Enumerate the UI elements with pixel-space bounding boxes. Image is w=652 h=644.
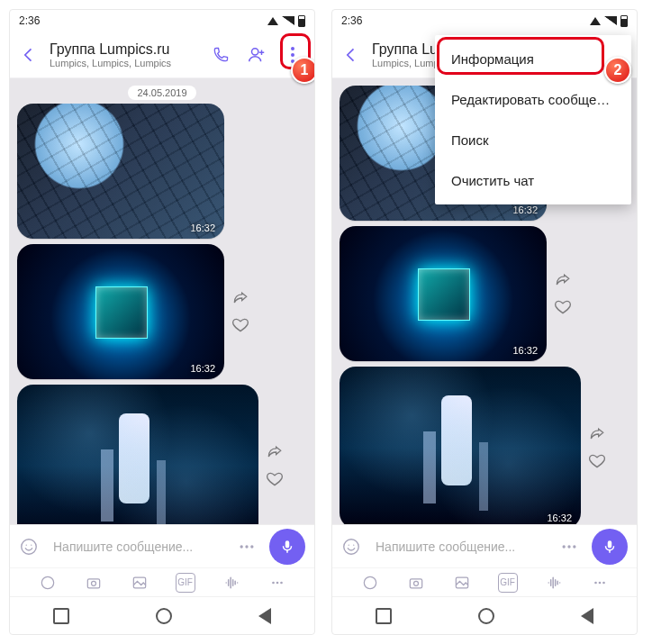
sticker-icon[interactable] [19, 537, 39, 557]
network-icon [267, 17, 278, 25]
message-actions [231, 289, 249, 334]
sticker-icon[interactable] [341, 537, 361, 557]
phone-screenshot-right: 2:36 Группа Lu Lumpics, Lumpics, Lumpics… [331, 9, 638, 635]
callout-badge-2: 2 [604, 57, 631, 84]
svg-point-15 [573, 545, 575, 548]
svg-point-21 [598, 581, 601, 584]
svg-point-1 [22, 539, 37, 554]
more-composer-icon[interactable] [559, 537, 579, 557]
recents-button[interactable] [376, 608, 392, 624]
back-button[interactable] [341, 45, 361, 65]
callout-badge-1: 1 [291, 57, 315, 84]
message-time: 16:32 [190, 222, 215, 233]
message-actions [266, 443, 284, 488]
like-icon[interactable] [554, 298, 572, 316]
svg-point-20 [594, 581, 597, 584]
more-apps-icon[interactable] [590, 573, 610, 593]
date-pill: 24.05.2019 [128, 86, 195, 100]
gif-icon[interactable]: GIF [498, 573, 518, 593]
message-time: 16:32 [512, 345, 538, 356]
status-icons [267, 15, 305, 27]
status-time: 2:36 [19, 14, 40, 27]
back-button[interactable] [19, 45, 39, 65]
svg-rect-6 [87, 578, 99, 587]
message-time: 16:32 [190, 363, 215, 374]
gif-icon[interactable]: GIF [176, 573, 195, 593]
message-actions [554, 271, 572, 316]
attach-smiley-icon[interactable] [360, 573, 380, 593]
svg-point-14 [567, 545, 570, 548]
image-message[interactable]: 16:32 [17, 244, 224, 379]
composer [10, 524, 314, 567]
svg-point-12 [344, 539, 359, 554]
voice-message-button[interactable] [592, 529, 628, 565]
menu-item-clear[interactable]: Очистить чат [435, 160, 631, 201]
share-icon[interactable] [231, 289, 249, 307]
nav-bar [10, 596, 314, 634]
share-icon[interactable] [266, 443, 284, 461]
nav-bar [332, 596, 637, 634]
add-member-button[interactable] [244, 42, 269, 68]
svg-point-9 [272, 581, 275, 584]
back-nav-button[interactable] [258, 608, 271, 624]
home-button[interactable] [156, 608, 172, 624]
message-row: 16:32 [17, 244, 307, 379]
chat-body[interactable]: 24.05.2019 16:32 16:32 16:32 [10, 78, 314, 524]
gallery-icon[interactable] [452, 573, 472, 593]
share-icon[interactable] [588, 425, 606, 443]
status-bar: 2:36 [332, 10, 637, 32]
svg-point-5 [41, 576, 53, 588]
svg-point-22 [602, 581, 605, 584]
more-apps-icon[interactable] [267, 573, 287, 593]
image-message[interactable]: 16:32 [340, 367, 581, 524]
message-input[interactable] [51, 539, 224, 555]
attach-smiley-icon[interactable] [38, 573, 58, 593]
message-actions [588, 425, 606, 470]
svg-point-10 [276, 581, 278, 584]
status-time: 2:36 [341, 14, 362, 27]
gallery-icon[interactable] [130, 573, 149, 593]
svg-point-4 [250, 545, 253, 548]
svg-point-3 [245, 545, 248, 548]
camera-icon[interactable] [406, 573, 426, 593]
voice-message-button[interactable] [269, 529, 305, 565]
message-row: 16:32 [340, 226, 629, 361]
more-composer-icon[interactable] [237, 537, 257, 557]
status-icons [590, 15, 628, 27]
message-row: 16:32 [17, 104, 307, 239]
audio-wave-icon[interactable] [222, 573, 241, 593]
menu-item-edit[interactable]: Редактировать сообщения [435, 79, 631, 120]
audio-wave-icon[interactable] [544, 573, 564, 593]
recents-button[interactable] [53, 608, 69, 624]
share-icon[interactable] [554, 271, 572, 289]
image-message[interactable]: 16:32 [17, 385, 258, 524]
like-icon[interactable] [588, 452, 606, 470]
svg-rect-17 [410, 578, 421, 587]
svg-point-7 [91, 581, 95, 585]
composer-secondary-row: GIF [332, 567, 637, 596]
network-icon [590, 17, 601, 25]
svg-point-18 [413, 581, 418, 585]
back-nav-button[interactable] [581, 608, 593, 624]
menu-item-search[interactable]: Поиск [435, 120, 631, 160]
message-row: 16:32 [340, 367, 629, 524]
image-message[interactable]: 16:32 [17, 104, 224, 239]
composer-secondary-row: GIF [10, 567, 314, 596]
message-input[interactable] [374, 539, 547, 555]
like-icon[interactable] [266, 470, 284, 488]
call-button[interactable] [208, 42, 233, 68]
svg-point-2 [240, 545, 243, 548]
battery-icon [620, 15, 628, 27]
chat-header: Группа Lumpics.ru Lumpics, Lumpics, Lump… [10, 32, 314, 78]
image-message[interactable]: 16:32 [340, 226, 547, 361]
message-time: 16:32 [512, 204, 538, 215]
svg-point-0 [252, 48, 258, 54]
signal-icon [604, 16, 617, 25]
svg-point-13 [563, 545, 566, 548]
home-button[interactable] [478, 608, 494, 624]
message-row: 16:32 [17, 385, 307, 524]
chat-title-area[interactable]: Группа Lumpics.ru Lumpics, Lumpics, Lump… [50, 41, 197, 68]
like-icon[interactable] [231, 316, 249, 334]
camera-icon[interactable] [84, 573, 104, 593]
chat-subtitle: Lumpics, Lumpics, Lumpics [50, 58, 197, 68]
